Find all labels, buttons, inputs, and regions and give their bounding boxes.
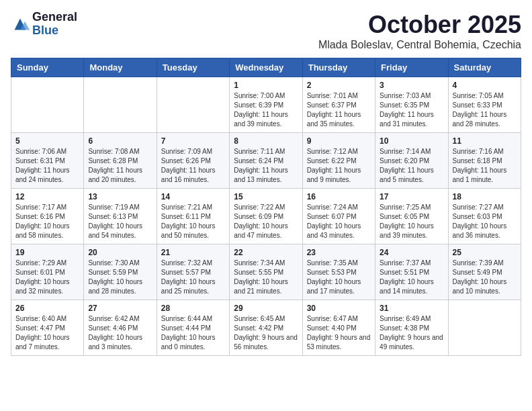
table-row: 19Sunrise: 7:29 AM Sunset: 6:01 PM Dayli… bbox=[11, 244, 84, 300]
table-row: 13Sunrise: 7:19 AM Sunset: 6:13 PM Dayli… bbox=[84, 189, 157, 244]
day-number: 13 bbox=[88, 192, 152, 201]
day-info: Sunrise: 7:21 AM Sunset: 6:11 PM Dayligh… bbox=[161, 203, 225, 240]
day-number: 12 bbox=[15, 192, 79, 201]
title-section: October 2025 Mlada Boleslav, Central Boh… bbox=[318, 11, 521, 51]
day-number: 17 bbox=[380, 192, 443, 201]
table-row: 12Sunrise: 7:17 AM Sunset: 6:16 PM Dayli… bbox=[11, 189, 84, 244]
day-info: Sunrise: 7:37 AM Sunset: 5:51 PM Dayligh… bbox=[380, 259, 443, 296]
calendar-header-row: Sunday Monday Tuesday Wednesday Thursday… bbox=[11, 58, 521, 77]
table-row bbox=[448, 300, 521, 356]
calendar-week-row: 19Sunrise: 7:29 AM Sunset: 6:01 PM Dayli… bbox=[11, 244, 521, 300]
day-number: 27 bbox=[88, 304, 152, 313]
table-row: 26Sunrise: 6:40 AM Sunset: 4:47 PM Dayli… bbox=[11, 300, 84, 356]
day-number: 6 bbox=[88, 136, 152, 146]
day-number: 19 bbox=[15, 248, 79, 257]
day-info: Sunrise: 7:11 AM Sunset: 6:24 PM Dayligh… bbox=[234, 147, 298, 185]
header-monday: Monday bbox=[84, 58, 157, 77]
day-info: Sunrise: 7:30 AM Sunset: 5:59 PM Dayligh… bbox=[88, 259, 152, 296]
day-info: Sunrise: 7:09 AM Sunset: 6:26 PM Dayligh… bbox=[161, 147, 225, 185]
day-info: Sunrise: 7:34 AM Sunset: 5:55 PM Dayligh… bbox=[234, 259, 298, 296]
calendar-week-row: 26Sunrise: 6:40 AM Sunset: 4:47 PM Dayli… bbox=[11, 300, 521, 356]
page-header: General Blue October 2025 Mlada Boleslav… bbox=[11, 11, 521, 51]
table-row: 1Sunrise: 7:00 AM Sunset: 6:39 PM Daylig… bbox=[230, 77, 302, 133]
day-number: 5 bbox=[15, 136, 79, 146]
table-row: 17Sunrise: 7:25 AM Sunset: 6:05 PM Dayli… bbox=[375, 189, 448, 244]
day-info: Sunrise: 7:12 AM Sunset: 6:22 PM Dayligh… bbox=[307, 147, 371, 185]
day-number: 24 bbox=[380, 248, 443, 257]
table-row: 7Sunrise: 7:09 AM Sunset: 6:26 PM Daylig… bbox=[157, 133, 229, 189]
day-info: Sunrise: 7:25 AM Sunset: 6:05 PM Dayligh… bbox=[380, 203, 443, 240]
table-row: 9Sunrise: 7:12 AM Sunset: 6:22 PM Daylig… bbox=[302, 133, 375, 189]
day-number: 26 bbox=[15, 304, 79, 313]
header-tuesday: Tuesday bbox=[157, 58, 229, 77]
calendar-week-row: 1Sunrise: 7:00 AM Sunset: 6:39 PM Daylig… bbox=[11, 77, 521, 133]
logo: General Blue bbox=[11, 11, 77, 38]
header-thursday: Thursday bbox=[302, 58, 375, 77]
day-number: 20 bbox=[88, 248, 152, 257]
month-title: October 2025 bbox=[318, 11, 521, 39]
day-number: 22 bbox=[234, 248, 298, 257]
day-info: Sunrise: 6:47 AM Sunset: 4:40 PM Dayligh… bbox=[307, 314, 371, 352]
day-info: Sunrise: 7:06 AM Sunset: 6:31 PM Dayligh… bbox=[15, 147, 79, 185]
table-row: 31Sunrise: 6:49 AM Sunset: 4:38 PM Dayli… bbox=[375, 300, 448, 356]
table-row: 3Sunrise: 7:03 AM Sunset: 6:35 PM Daylig… bbox=[375, 77, 448, 133]
table-row: 6Sunrise: 7:08 AM Sunset: 6:28 PM Daylig… bbox=[84, 133, 157, 189]
table-row: 16Sunrise: 7:24 AM Sunset: 6:07 PM Dayli… bbox=[302, 189, 375, 244]
table-row: 22Sunrise: 7:34 AM Sunset: 5:55 PM Dayli… bbox=[230, 244, 302, 300]
day-number: 10 bbox=[380, 136, 443, 146]
table-row: 15Sunrise: 7:22 AM Sunset: 6:09 PM Dayli… bbox=[230, 189, 302, 244]
table-row: 24Sunrise: 7:37 AM Sunset: 5:51 PM Dayli… bbox=[375, 244, 448, 300]
day-number: 30 bbox=[307, 304, 371, 313]
logo-icon bbox=[11, 15, 30, 34]
day-info: Sunrise: 7:32 AM Sunset: 5:57 PM Dayligh… bbox=[161, 259, 225, 296]
table-row: 4Sunrise: 7:05 AM Sunset: 6:33 PM Daylig… bbox=[448, 77, 521, 133]
table-row: 10Sunrise: 7:14 AM Sunset: 6:20 PM Dayli… bbox=[375, 133, 448, 189]
day-number: 4 bbox=[453, 81, 517, 90]
day-info: Sunrise: 7:03 AM Sunset: 6:35 PM Dayligh… bbox=[380, 91, 443, 129]
logo-text: General Blue bbox=[32, 11, 77, 38]
day-info: Sunrise: 7:08 AM Sunset: 6:28 PM Dayligh… bbox=[88, 147, 152, 185]
day-info: Sunrise: 7:35 AM Sunset: 5:53 PM Dayligh… bbox=[307, 259, 371, 296]
day-number: 3 bbox=[380, 81, 443, 90]
day-info: Sunrise: 7:24 AM Sunset: 6:07 PM Dayligh… bbox=[307, 203, 371, 240]
calendar-week-row: 5Sunrise: 7:06 AM Sunset: 6:31 PM Daylig… bbox=[11, 133, 521, 189]
table-row: 29Sunrise: 6:45 AM Sunset: 4:42 PM Dayli… bbox=[230, 300, 302, 356]
day-info: Sunrise: 7:16 AM Sunset: 6:18 PM Dayligh… bbox=[453, 147, 517, 185]
day-number: 29 bbox=[234, 304, 298, 313]
table-row: 30Sunrise: 6:47 AM Sunset: 4:40 PM Dayli… bbox=[302, 300, 375, 356]
header-wednesday: Wednesday bbox=[230, 58, 302, 77]
table-row: 28Sunrise: 6:44 AM Sunset: 4:44 PM Dayli… bbox=[157, 300, 229, 356]
day-number: 23 bbox=[307, 248, 371, 257]
day-info: Sunrise: 7:01 AM Sunset: 6:37 PM Dayligh… bbox=[307, 91, 371, 129]
day-info: Sunrise: 7:17 AM Sunset: 6:16 PM Dayligh… bbox=[15, 203, 79, 240]
day-number: 11 bbox=[453, 136, 517, 146]
day-number: 7 bbox=[161, 136, 225, 146]
table-row: 5Sunrise: 7:06 AM Sunset: 6:31 PM Daylig… bbox=[11, 133, 84, 189]
table-row bbox=[84, 77, 157, 133]
day-info: Sunrise: 7:39 AM Sunset: 5:49 PM Dayligh… bbox=[453, 259, 517, 296]
day-number: 2 bbox=[307, 81, 371, 90]
table-row: 20Sunrise: 7:30 AM Sunset: 5:59 PM Dayli… bbox=[84, 244, 157, 300]
day-number: 8 bbox=[234, 136, 298, 146]
header-friday: Friday bbox=[375, 58, 448, 77]
table-row bbox=[11, 77, 84, 133]
day-number: 25 bbox=[453, 248, 517, 257]
day-info: Sunrise: 7:29 AM Sunset: 6:01 PM Dayligh… bbox=[15, 259, 79, 296]
day-info: Sunrise: 7:19 AM Sunset: 6:13 PM Dayligh… bbox=[88, 203, 152, 240]
table-row: 23Sunrise: 7:35 AM Sunset: 5:53 PM Dayli… bbox=[302, 244, 375, 300]
table-row: 2Sunrise: 7:01 AM Sunset: 6:37 PM Daylig… bbox=[302, 77, 375, 133]
day-info: Sunrise: 7:22 AM Sunset: 6:09 PM Dayligh… bbox=[234, 203, 298, 240]
table-row: 8Sunrise: 7:11 AM Sunset: 6:24 PM Daylig… bbox=[230, 133, 302, 189]
location-title: Mlada Boleslav, Central Bohemia, Czechia bbox=[318, 39, 521, 51]
day-info: Sunrise: 6:40 AM Sunset: 4:47 PM Dayligh… bbox=[15, 314, 79, 352]
day-number: 31 bbox=[380, 304, 443, 313]
day-number: 9 bbox=[307, 136, 371, 146]
header-saturday: Saturday bbox=[448, 58, 521, 77]
table-row: 21Sunrise: 7:32 AM Sunset: 5:57 PM Dayli… bbox=[157, 244, 229, 300]
calendar-table: Sunday Monday Tuesday Wednesday Thursday… bbox=[11, 58, 521, 356]
day-info: Sunrise: 6:45 AM Sunset: 4:42 PM Dayligh… bbox=[234, 314, 298, 352]
table-row: 11Sunrise: 7:16 AM Sunset: 6:18 PM Dayli… bbox=[448, 133, 521, 189]
day-info: Sunrise: 7:27 AM Sunset: 6:03 PM Dayligh… bbox=[453, 203, 517, 240]
header-sunday: Sunday bbox=[11, 58, 84, 77]
calendar-week-row: 12Sunrise: 7:17 AM Sunset: 6:16 PM Dayli… bbox=[11, 189, 521, 244]
